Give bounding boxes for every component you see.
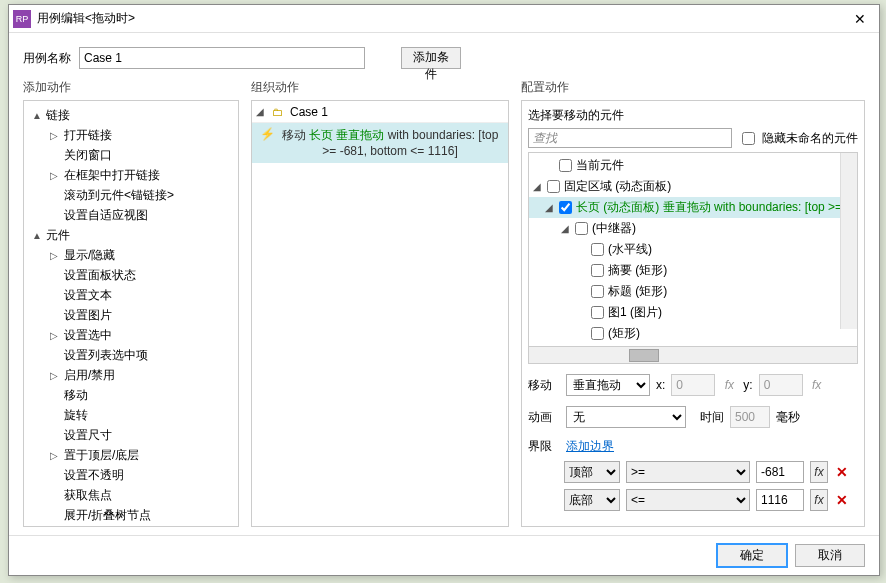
cancel-button[interactable]: 取消 xyxy=(795,544,865,567)
org-action-row[interactable]: ⚡ 移动 长页 垂直拖动 with boundaries: [top >= -6… xyxy=(252,123,508,163)
tree-item[interactable]: ▷启用/禁用 xyxy=(48,365,236,385)
chevron-icon: ◢ xyxy=(545,202,557,213)
bolt-icon: ⚡ xyxy=(260,127,280,159)
tree-item[interactable]: 设置自适应视图 xyxy=(48,205,236,225)
anim-select[interactable]: 无 xyxy=(566,406,686,428)
boundary-fx-button[interactable]: fx xyxy=(810,461,828,483)
tree-category[interactable]: ▲链接 xyxy=(30,105,236,125)
configure-action-header: 配置动作 xyxy=(521,79,865,96)
move-label: 移动 xyxy=(528,377,560,394)
close-button[interactable]: ✕ xyxy=(845,5,875,33)
tree-item[interactable]: 获取焦点 xyxy=(48,485,236,505)
boundary-delete-button[interactable]: ✕ xyxy=(834,492,850,508)
bounds-label: 界限 xyxy=(528,438,560,455)
org-case-row[interactable]: ◢ 🗀 Case 1 xyxy=(252,101,508,123)
tree-label: 展开/折叠树节点 xyxy=(64,507,151,524)
y-input[interactable] xyxy=(759,374,803,396)
widget-label: 当前元件 xyxy=(576,157,624,174)
widget-checkbox[interactable] xyxy=(591,243,604,256)
tree-item[interactable]: ▷设置选中 xyxy=(48,325,236,345)
ok-button[interactable]: 确定 xyxy=(717,544,787,567)
add-bounds-link[interactable]: 添加边界 xyxy=(566,438,614,455)
org-actions-header: 组织动作 xyxy=(251,79,509,96)
tree-label: 置于顶层/底层 xyxy=(64,447,139,464)
widget-label: 固定区域 (动态面板) xyxy=(564,178,671,195)
widget-label: 长页 (动态面板) 垂直拖动 with boundaries: [top >= … xyxy=(576,199,849,216)
widget-search-input[interactable] xyxy=(528,128,732,148)
tree-item[interactable]: 设置不透明 xyxy=(48,465,236,485)
tree-item[interactable]: ▷置于顶层/底层 xyxy=(48,445,236,465)
widget-tree-row[interactable]: (水平线) xyxy=(529,239,857,260)
app-icon: RP xyxy=(13,10,31,28)
tree-item[interactable]: 设置文本 xyxy=(48,285,236,305)
folder-icon: 🗀 xyxy=(272,106,286,118)
x-input[interactable] xyxy=(671,374,715,396)
widget-label: (中继器) xyxy=(592,220,636,237)
tree-label: 设置文本 xyxy=(64,287,112,304)
boundary-fx-button[interactable]: fx xyxy=(810,489,828,511)
widget-checkbox[interactable] xyxy=(591,264,604,277)
time-label: 时间 xyxy=(700,409,724,426)
widget-tree-row[interactable]: 摘要 (矩形) xyxy=(529,260,857,281)
widget-checkbox[interactable] xyxy=(559,159,572,172)
chevron-icon: ▷ xyxy=(50,250,62,261)
y-fx-button[interactable]: fx xyxy=(809,378,825,392)
case-name-input[interactable] xyxy=(79,47,365,69)
widget-tree-row[interactable]: (矩形) xyxy=(529,323,857,344)
tree-item[interactable]: 设置面板状态 xyxy=(48,265,236,285)
widget-checkbox[interactable] xyxy=(591,306,604,319)
boundary-row: 底部<=fx✕ xyxy=(564,489,858,511)
chevron-icon: ▲ xyxy=(32,230,44,241)
x-fx-button[interactable]: fx xyxy=(721,378,737,392)
tree-item[interactable]: 关闭窗口 xyxy=(48,145,236,165)
time-input[interactable] xyxy=(730,406,770,428)
boundary-value-input[interactable] xyxy=(756,489,804,511)
hide-unnamed-checkbox[interactable] xyxy=(742,132,755,145)
tree-category[interactable]: ▲元件 xyxy=(30,225,236,245)
widget-checkbox[interactable] xyxy=(591,285,604,298)
move-mode-select[interactable]: 垂直拖动 xyxy=(566,374,650,396)
widget-checkbox[interactable] xyxy=(547,180,560,193)
widget-tree-row[interactable]: 标题 (矩形) xyxy=(529,281,857,302)
tree-item[interactable]: 展开/折叠树节点 xyxy=(48,505,236,525)
widget-checkbox[interactable] xyxy=(575,222,588,235)
boundary-delete-button[interactable]: ✕ xyxy=(834,464,850,480)
hide-unnamed-label: 隐藏未命名的元件 xyxy=(762,130,858,147)
tree-item[interactable]: 设置尺寸 xyxy=(48,425,236,445)
anim-label: 动画 xyxy=(528,409,560,426)
add-condition-button[interactable]: 添加条件 xyxy=(401,47,461,69)
chevron-icon: ▲ xyxy=(32,110,44,121)
chevron-icon: ▷ xyxy=(50,370,62,381)
tree-item[interactable]: ▷打开链接 xyxy=(48,125,236,145)
tree-label: 元件 xyxy=(46,227,70,244)
tree-item[interactable]: ▷在框架中打开链接 xyxy=(48,165,236,185)
y-label: y: xyxy=(743,378,752,392)
case-label: Case 1 xyxy=(290,105,328,119)
tree-item[interactable]: 滚动到元件<锚链接> xyxy=(48,185,236,205)
tree-item[interactable]: 设置列表选中项 xyxy=(48,345,236,365)
boundary-op-select[interactable]: >= xyxy=(626,461,750,483)
boundary-side-select[interactable]: 底部 xyxy=(564,489,620,511)
tree-label: 启用/禁用 xyxy=(64,367,115,384)
widget-checkbox[interactable] xyxy=(559,201,572,214)
boundary-side-select[interactable]: 顶部 xyxy=(564,461,620,483)
tree-label: 设置选中 xyxy=(64,327,112,344)
boundary-value-input[interactable] xyxy=(756,461,804,483)
widget-checkbox[interactable] xyxy=(591,327,604,340)
dialog-button-bar: 确定 取消 xyxy=(9,535,879,575)
vertical-scrollbar[interactable] xyxy=(840,153,857,329)
tree-item[interactable]: 移动 xyxy=(48,385,236,405)
widget-tree-row[interactable]: 图1 (图片) xyxy=(529,302,857,323)
widget-tree-row[interactable]: ◢固定区域 (动态面板) xyxy=(529,176,857,197)
tree-item[interactable]: ▷显示/隐藏 xyxy=(48,245,236,265)
tree-item[interactable]: 设置图片 xyxy=(48,305,236,325)
tree-label: 设置面板状态 xyxy=(64,267,136,284)
widget-tree-row[interactable]: ◢长页 (动态面板) 垂直拖动 with boundaries: [top >=… xyxy=(529,197,857,218)
horizontal-scrollbar[interactable] xyxy=(529,346,857,363)
widget-tree-row[interactable]: ◢(中继器) xyxy=(529,218,857,239)
tree-item[interactable]: 旋转 xyxy=(48,405,236,425)
boundary-op-select[interactable]: <= xyxy=(626,489,750,511)
widget-tree-row[interactable]: 当前元件 xyxy=(529,155,857,176)
tree-label: 获取焦点 xyxy=(64,487,112,504)
org-action-text: 移动 长页 垂直拖动 with boundaries: [top >= -681… xyxy=(280,127,500,159)
